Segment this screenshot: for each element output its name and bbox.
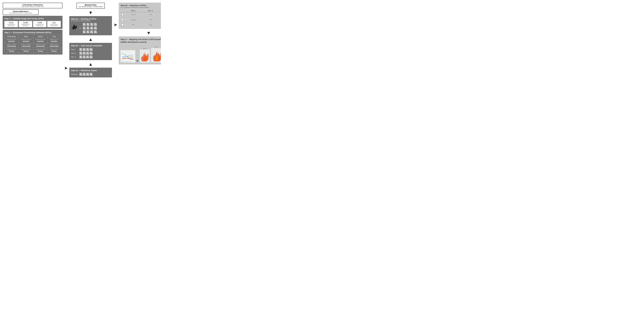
step2-box: Step 2 — Ecosystem Functioning Attribute…	[3, 30, 62, 54]
lst-subtitle: (e.g. MODIS MOD11A2, 8-day, 1km)	[5, 6, 60, 7]
efa-cell-heat-qty: metrics of LST quantity	[48, 38, 61, 43]
arrow-step2-to-step3: ➤	[64, 3, 68, 71]
efa-row1-checkbox	[120, 12, 124, 17]
yearplus1-label: Year +1	[71, 52, 78, 54]
burned-subtitle: (e.g. MODIS MCD64A1, monthly, 500m)	[78, 6, 102, 8]
efa-row1-y2: —	[159, 12, 161, 17]
step5-title: Step 5 — Mapping and trends of EFA-based…	[120, 38, 161, 44]
step2-title: Step 2 — Ecosystem Functioning Attribute…	[4, 31, 61, 34]
sits-item-tctw: TCTW (Tasselled Cap Wetness)	[19, 21, 32, 27]
efa-cell-prod-timing: metrics of TCTG timing	[4, 48, 19, 53]
efa-row2-y1: —	[142, 17, 159, 22]
reference-label: Reference	[71, 74, 78, 75]
col-water: Water	[19, 35, 33, 38]
doc-2	[86, 23, 90, 26]
step5-arrow: ➤	[136, 59, 139, 63]
doc-12	[94, 30, 97, 33]
efa-cell-prod-seas: metrics of TCTG seasonality	[4, 43, 19, 48]
col-productivity: Productivity	[4, 35, 19, 38]
doc-6	[86, 26, 90, 30]
efa-cell-prod-qty: metrics of TCTG quantity	[4, 38, 19, 43]
sits-item-tctg: TCTG (Tasselled Cap Greenness)	[4, 21, 18, 27]
efa-cell-water-timing: metrics of TCTW timing	[19, 48, 33, 53]
step4a-title: Step 4a — Ranking of EFAs	[71, 18, 110, 20]
doc-3	[90, 23, 93, 26]
col-heat: Heat	[48, 35, 61, 38]
burned-title: Burned Areas	[78, 4, 102, 6]
arrow-burned-to-4a: ▼	[69, 10, 112, 16]
efa-row2-y2: ↗↗	[159, 17, 161, 22]
doc-10	[86, 30, 90, 33]
doc-11	[90, 30, 93, 33]
doc-8	[94, 26, 97, 30]
surface-title: Surface Reflectance	[5, 10, 36, 12]
efa-row2-checkbox	[120, 17, 124, 22]
efa-cell-albedo-timing: metrics of TCTB timing	[33, 48, 48, 53]
th-checkbox	[120, 10, 124, 12]
year0-label: Year 0	[71, 49, 78, 50]
doc-9	[83, 30, 86, 33]
efa-cell-heat-seas: metrics of LST seasonality	[48, 43, 61, 48]
efa-row1-y1: ↗↗	[142, 12, 159, 17]
doc-5	[83, 26, 86, 30]
efa-cell-albedo-qty: metrics of TCTB quantity	[33, 38, 48, 43]
step4a-subtitle: (e.g. Random Forest models)	[71, 20, 110, 22]
col-albedo: Albedo	[33, 35, 48, 38]
doc-7	[90, 26, 93, 30]
fire-icon	[71, 24, 78, 32]
efa-row3-y2: ↘	[159, 22, 161, 27]
yearplus2-label: Year +2	[71, 56, 78, 58]
efa-row1-y0: ↗↗↗	[124, 12, 142, 17]
doc-1	[83, 23, 86, 26]
efa-cell-heat-timing: metrics of LST timing	[48, 48, 61, 53]
arrow-4b-to-5: ▼	[119, 30, 161, 36]
step1-title: Step 1 — Satellite image time-series (SI…	[4, 18, 61, 20]
step4b-box: Step 4b —Selection of EFAs (e.g. analysi…	[119, 3, 161, 29]
efa-row2-y0: ↘↘↘	[124, 17, 142, 22]
step3b-box: Step 3b — Inter-annual anomalies Year 0 …	[69, 43, 112, 60]
arrow-3a-to-3b: ▲	[69, 62, 112, 67]
th-year1: Year +1	[142, 10, 159, 12]
th-year0: Year 0	[124, 10, 142, 12]
th-year2: Year +2	[159, 10, 161, 12]
sits-item-lst: LST (Land Surface Temperature)	[47, 21, 61, 27]
efa-cell-water-qty: metrics of TCTW quantity	[19, 38, 33, 43]
step5-line-chart: year +0 year +1 year	[120, 50, 135, 63]
step5-map-y0: year +0	[140, 48, 150, 63]
efa-row3-y0: —	[124, 22, 142, 27]
arrow-4a-to-4b: ➤	[113, 3, 118, 27]
step4a-box: Step 4a — Ranking of EFAs (e.g. Random F…	[69, 16, 112, 35]
efa-cell-albedo-seas: metrics of TCTB seasonality	[33, 43, 48, 48]
surface-input-box: Surface Reflectance (e.g. MODIS MOD09A1,…	[3, 9, 38, 15]
doc-4	[94, 23, 97, 26]
step1-box: Step 1 — Satellite image time-series (SI…	[3, 16, 62, 29]
step4b-subtitle: (e.g. analysis of magnitude and directio…	[120, 6, 161, 8]
arrow-3b-to-4a: ▲	[69, 37, 112, 42]
efa-cell-water-seas: metrics of TCTW seasonality	[19, 43, 33, 48]
tilde-symbol: ~	[79, 26, 81, 30]
sits-item-tctb: TCTB (Tasselled Cap Brightness)	[33, 21, 46, 27]
lst-input-box: Land Surface Temperature (e.g. MODIS MOD…	[3, 3, 62, 8]
step5-map-y1: year +1	[151, 46, 161, 63]
step3a-box: Step 3a — Reference values Reference	[69, 68, 112, 78]
lst-title: Land Surface Temperature	[5, 4, 60, 6]
efa-row3-y1: ↘↘	[142, 22, 159, 27]
step5-box: Step 5 — Mapping and trends of EFA-based…	[119, 36, 161, 64]
step4b-title: Step 4b —Selection of EFAs	[120, 4, 161, 6]
step3a-title: Step 3a — Reference values	[71, 69, 110, 72]
burned-areas-box: Burned Areas (e.g. MODIS MCD64A1, monthl…	[76, 3, 104, 9]
step3b-title: Step 3b — Inter-annual anomalies	[71, 44, 110, 47]
surface-subtitle: (e.g. MODIS MOD09A1, 8-day, 500m)	[5, 12, 36, 14]
efa-row3-checkbox	[120, 22, 124, 27]
